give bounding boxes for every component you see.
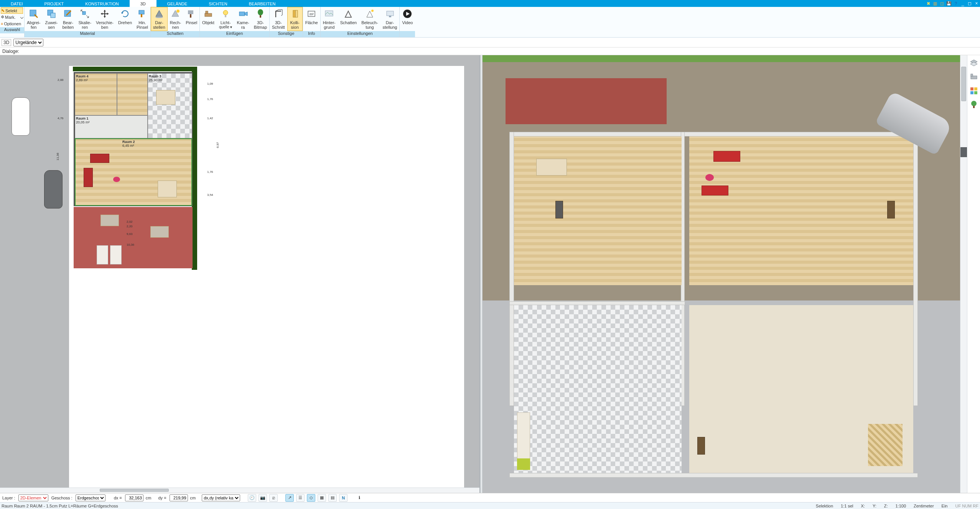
- coord-mode-select[interactable]: dx,dy (relativ ka: [202, 494, 240, 501]
- ribbon-hinpinsel[interactable]: Hin.Pinsel: [134, 7, 150, 31]
- svg-rect-24: [387, 11, 394, 16]
- plan-2d-view[interactable]: Raum 42,89 m² Raum 325,90 m² Raum 120,05…: [0, 55, 480, 493]
- minimize-button[interactable]: _: [959, 0, 966, 7]
- ribbon-darstellung[interactable]: Dar-stellung: [380, 7, 400, 31]
- ribbon-video[interactable]: Video: [400, 7, 415, 31]
- hscrollbar-2d[interactable]: [0, 488, 479, 493]
- dialoge-label: Dialoge:: [2, 49, 19, 54]
- ribbon-darstellen[interactable]: Dar-stellen: [151, 7, 168, 31]
- status-y: Y:: [873, 504, 876, 508]
- dy-input[interactable]: [170, 494, 188, 501]
- tool-grid-large-icon[interactable]: ▤: [328, 494, 337, 502]
- menu-tab-datei[interactable]: DATEI: [0, 0, 34, 7]
- side-handle[interactable]: [960, 147, 967, 157]
- svg-rect-15: [239, 12, 245, 16]
- help-icon[interactable]: ?: [952, 0, 959, 7]
- menu-tab-3d[interactable]: 3D: [130, 0, 156, 7]
- menu-tab-bearbeiten[interactable]: BEARBEITEN: [238, 0, 287, 7]
- ribbon-schatten-settings[interactable]: Schatten: [338, 7, 359, 31]
- status-scale: 1:100: [895, 504, 906, 508]
- ribbon-bearbeiten[interactable]: Bear-beiten: [60, 7, 76, 31]
- ribbon-hintergrund[interactable]: Hinter-grund: [321, 7, 338, 31]
- dx-input[interactable]: [125, 494, 143, 501]
- tool-snap-icon[interactable]: ⎚: [269, 494, 278, 502]
- tools-icon[interactable]: ✖: [925, 0, 932, 7]
- svg-rect-9: [188, 10, 193, 14]
- tool-grid-small-icon[interactable]: ▦: [318, 494, 326, 502]
- tool-north-icon[interactable]: N: [339, 494, 348, 502]
- materials-icon[interactable]: [970, 87, 978, 95]
- ribbon-beleuchtung[interactable]: Beleuch-tung: [359, 7, 380, 31]
- save-icon[interactable]: 💾: [945, 0, 952, 7]
- workspace: Raum 42,89 m² Raum 325,90 m² Raum 120,05…: [0, 55, 980, 493]
- ribbon-flaeche[interactable]: m²Fläche: [303, 7, 320, 31]
- svg-rect-34: [973, 106, 975, 108]
- dx-label: dx =: [114, 496, 122, 500]
- menu-tab-projekt[interactable]: PROJEKT: [34, 0, 75, 7]
- ribbon-verschieben[interactable]: Verschie-ben: [94, 7, 116, 31]
- svg-point-23: [371, 10, 374, 12]
- status-x: X:: [861, 504, 865, 508]
- status-ratio: 1:1 sel: [841, 504, 853, 508]
- svg-point-33: [971, 101, 977, 106]
- status-z: Z:: [884, 504, 888, 508]
- status-unit: Zentimeter: [914, 504, 934, 508]
- tool-layers-icon[interactable]: ☰: [296, 494, 305, 502]
- dy-unit: cm: [190, 496, 196, 500]
- vscrollbar-3d[interactable]: [960, 55, 967, 493]
- tool-clock-icon[interactable]: 🕘: [248, 494, 256, 502]
- 3d-view[interactable]: [483, 55, 960, 493]
- svg-rect-25: [389, 16, 391, 17]
- menu-tab-konstruktion[interactable]: KONSTRUKTION: [74, 0, 129, 7]
- ribbon-pinsel[interactable]: Pinsel: [183, 7, 199, 31]
- geschoss-select[interactable]: Erdgeschos: [76, 494, 105, 501]
- context-bar: 3D Urgelände: [0, 38, 980, 48]
- options-button[interactable]: +Optionen: [1, 20, 23, 27]
- window-list-icon[interactable]: ▥: [932, 0, 939, 7]
- ribbon-3d-schnitt[interactable]: 3D-Schnitt: [270, 7, 287, 31]
- side-toolbar: [967, 55, 980, 493]
- new-window-icon[interactable]: ◫: [939, 0, 945, 7]
- dx-unit: cm: [146, 496, 152, 500]
- status-selektion: Selektion: [816, 504, 833, 508]
- group-label-info: Info: [303, 31, 320, 37]
- svg-rect-6: [141, 14, 142, 17]
- tool-camera-icon[interactable]: 📷: [259, 494, 267, 502]
- svg-rect-12: [206, 11, 208, 13]
- group-label-einstellungen: Einstellungen: [321, 31, 400, 37]
- ribbon-abgreifen[interactable]: Abgrei-fen: [25, 7, 43, 31]
- view-tag-3d: 3D: [2, 39, 11, 46]
- ribbon-kollision[interactable]: Kolli-sion: [287, 7, 303, 31]
- tree-icon[interactable]: [970, 100, 978, 109]
- dy-label: dy =: [158, 496, 166, 500]
- svg-rect-14: [225, 15, 226, 17]
- dialoge-bar: Dialoge:: [0, 48, 980, 55]
- furniture-icon[interactable]: [970, 73, 978, 81]
- ribbon-rechnen[interactable]: Rech-nen: [168, 7, 183, 31]
- control-bar: Layer : 2D-Elemen Geschoss : Erdgeschos …: [0, 493, 980, 502]
- layers-icon[interactable]: [970, 59, 978, 67]
- ribbon-objekt[interactable]: Objekt: [200, 7, 217, 31]
- ribbon-drehen[interactable]: Drehen: [116, 7, 134, 31]
- maximize-button[interactable]: ◻: [966, 0, 973, 7]
- ribbon-lichtquelle[interactable]: Licht-quelle ▾: [217, 7, 234, 31]
- menu-tab-gelaende[interactable]: GELÄNDE: [156, 0, 198, 7]
- svg-rect-5: [139, 10, 144, 14]
- ribbon-3d-bitmap[interactable]: 3D-Bitmap: [252, 7, 269, 31]
- ribbon-zuweisen[interactable]: Zuwei-sen: [43, 7, 60, 31]
- tool-info-icon[interactable]: ℹ: [355, 494, 364, 502]
- layer-select[interactable]: 2D-Elemen: [18, 494, 48, 501]
- ribbon: ⬉Selekt ✲Mark. +Optionen Auswahl Abgrei-…: [0, 7, 980, 38]
- terrain-select[interactable]: Urgelände: [13, 39, 43, 46]
- mark-mode[interactable]: ✲Mark.: [1, 14, 23, 20]
- svg-rect-19: [295, 10, 298, 17]
- group-label-material: Material: [25, 31, 150, 37]
- ribbon-skalieren[interactable]: Skalie-ren: [76, 7, 94, 31]
- tool-plane-icon[interactable]: ◇: [307, 494, 315, 502]
- tool-arrow-icon[interactable]: ↗: [285, 494, 294, 502]
- ribbon-kamera[interactable]: Kame-ra: [234, 7, 251, 31]
- select-mode[interactable]: ⬉Selekt: [1, 7, 23, 14]
- close-button[interactable]: ×: [973, 0, 980, 7]
- svg-text:m²: m²: [310, 12, 314, 16]
- menu-tab-sichten[interactable]: SICHTEN: [198, 0, 238, 7]
